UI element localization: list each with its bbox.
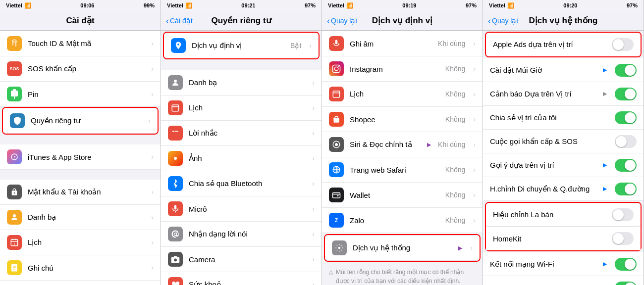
list-item-emergency[interactable]: Cuộc gọi khẩn cấp & SOS — [483, 130, 644, 153]
instagram-chevron: › — [473, 65, 476, 73]
shopee-value: Không — [445, 115, 465, 123]
list-item-reminders[interactable]: Lời nhắc › — [161, 121, 322, 146]
routing-toggle[interactable] — [615, 183, 637, 195]
footnote-section: △ Mũi tên rỗng cho biết rằng một mục có … — [322, 263, 483, 285]
pin-chevron: › — [151, 90, 154, 98]
list-item-ghiam2[interactable]: Ghi âm Khi dùng › — [322, 31, 483, 56]
svg-point-19 — [174, 80, 177, 83]
privacy-chevron: › — [148, 117, 151, 125]
list-item-safari[interactable]: Trang web Safari Không › — [322, 157, 483, 183]
list-item-system[interactable]: Dịch vụ hệ thống ▶ › — [325, 235, 480, 261]
time-2: 09:21 — [241, 2, 255, 8]
suggest-thumb — [625, 160, 636, 171]
siri-label: Siri & Đọc chính tả — [350, 140, 421, 149]
apple-ads-toggle[interactable] — [612, 38, 634, 51]
bluetooth-chevron: › — [312, 180, 315, 188]
reminders-icon — [168, 126, 183, 141]
list-item-loinhac[interactable]: Lời nhắc › — [0, 281, 161, 285]
list-item-apple-ads[interactable]: Apple Ads dựa trên vị trí — [486, 33, 641, 56]
list-item-siri[interactable]: Siri & Đọc chính tả ▶ Khi dùng › — [322, 132, 483, 157]
suggest-toggle[interactable] — [615, 159, 637, 172]
emergency-toggle[interactable] — [615, 135, 637, 148]
list-item-matkhau[interactable]: Mật khẩu & Tài khoản › — [0, 180, 161, 205]
find-iphone-toggle[interactable] — [615, 282, 637, 285]
list-item-camera[interactable]: Camera › — [161, 247, 322, 272]
list-item-homekit2[interactable]: HomeKit — [486, 227, 641, 250]
homekit2-toggle[interactable] — [612, 232, 634, 245]
carrier-1: Viettel — [6, 2, 22, 8]
back-button-2[interactable]: ‹ Cài đặt — [166, 16, 193, 25]
wallet-icon — [329, 188, 344, 202]
list-item-lich[interactable]: 4 Lịch › — [0, 230, 161, 255]
list-item-speech[interactable]: Nhận dạng lời nói › — [161, 222, 322, 247]
svg-rect-0 — [13, 89, 16, 91]
page-title-1: Cài đặt — [66, 15, 94, 26]
danhba-chevron: › — [151, 213, 154, 221]
list-item-zalo[interactable]: Z Zalo Không › — [322, 208, 483, 233]
alert-toggle[interactable] — [615, 88, 637, 100]
list-item-wallet[interactable]: Wallet Không › — [322, 183, 483, 208]
svg-point-31 — [338, 66, 339, 67]
ghichu-icon — [7, 260, 22, 275]
safari-icon — [329, 162, 344, 177]
list-item-sos[interactable]: SOS SOS khẩn cấp › — [0, 56, 161, 82]
timezone-loc-arrow: ▶ — [603, 67, 607, 73]
status-right-3: 97% — [466, 2, 477, 8]
list-item-shopee[interactable]: Shopee Không › — [322, 107, 483, 132]
panel-dich-vu-dinh-vi: Viettel 📶 09:19 97% ‹ Quay lại Dịch vụ đ… — [322, 0, 483, 285]
list-item-itunes[interactable]: iTunes & App Store › — [0, 144, 161, 170]
list-item-lich2[interactable]: Lịch › — [161, 95, 322, 121]
list-item-ghichu[interactable]: Ghi chú › — [0, 255, 161, 281]
share-loc-thumb — [625, 112, 636, 123]
list-item-health[interactable]: Sức khoẻ › — [161, 272, 322, 285]
wifi-toggle[interactable] — [615, 258, 637, 271]
back-button-4[interactable]: ‹ Quay lại — [488, 16, 518, 25]
list-item-danhba[interactable]: Danh bạ › — [0, 205, 161, 230]
list-item-wifi[interactable]: Kết nối mạng Wi-Fi ▶ — [483, 252, 644, 276]
list-item-instagram[interactable]: Instagram Không › — [322, 56, 483, 82]
back-button-3[interactable]: ‹ Quay lại — [327, 16, 357, 25]
routing-label: H.chỉnh Di chuyển & Q.đường — [490, 185, 597, 193]
sos-label: SOS khẩn cấp — [28, 64, 145, 73]
speech-label: Nhận dạng lời nói — [189, 230, 306, 238]
apple-ads-label: Apple Ads dựa trên vị trí — [493, 40, 606, 49]
homekit2-thumb — [613, 233, 624, 244]
location-value: Bật — [290, 42, 301, 49]
list-item-pin[interactable]: Pin › — [0, 82, 161, 107]
list-item-lich3[interactable]: Lịch Không › — [322, 82, 483, 107]
list-item-suggest[interactable]: Gợi ý dựa trên vị trí ▶ — [483, 153, 644, 177]
pin-icon — [7, 87, 22, 101]
timezone-toggle[interactable] — [615, 64, 637, 77]
compass-toggle[interactable] — [612, 208, 634, 221]
list-item-privacy[interactable]: Quyền riêng tư › — [3, 108, 158, 134]
list-item-compass[interactable]: Hiệu chỉnh La bàn — [486, 203, 641, 227]
safari-chevron: › — [473, 166, 476, 174]
share-loc-toggle[interactable] — [615, 111, 637, 124]
status-right-2: 97% — [305, 2, 316, 8]
system-icon — [332, 240, 347, 255]
list-item-contacts[interactable]: Danh bạ › — [161, 70, 322, 95]
list-item-photos[interactable]: Ảnh › — [161, 146, 322, 171]
list-item-location[interactable]: Dịch vụ định vị Bật › — [164, 33, 319, 58]
svg-rect-39 — [333, 193, 340, 198]
svg-point-40 — [338, 247, 341, 249]
list-item-touch-id[interactable]: Touch ID & Mật mã › — [0, 31, 161, 56]
footnote-1-text: Mũi tên rỗng cho biết rằng một mục có th… — [336, 268, 476, 285]
location-icon — [171, 38, 186, 53]
list-item-alert[interactable]: Cảnh báo Dựa trên Vị trí ▶ — [483, 82, 644, 106]
itunes-chevron: › — [151, 153, 154, 161]
health-icon — [168, 277, 183, 285]
camera-icon — [168, 252, 183, 267]
lich3-value: Không — [445, 90, 465, 98]
list-item-timezone[interactable]: Cài đặt Múi Giờ ▶ — [483, 58, 644, 82]
wifi-icon-1: 📶 — [24, 2, 31, 9]
list-item-routing[interactable]: H.chỉnh Di chuyển & Q.đường ▶ — [483, 177, 644, 201]
list-item-bluetooth[interactable]: Chia sẻ qua Bluetooth › — [161, 171, 322, 196]
list-item-micro[interactable]: Micrô › — [161, 196, 322, 222]
reminders-label: Lời nhắc — [189, 129, 306, 138]
zalo-value: Không — [445, 216, 465, 224]
list-item-share-loc[interactable]: Chia sẻ vị trí của tôi — [483, 106, 644, 130]
lich3-icon — [329, 87, 344, 101]
list-item-find-iphone[interactable]: Tìm iPhone — [483, 276, 644, 285]
zalo-chevron: › — [473, 216, 476, 224]
